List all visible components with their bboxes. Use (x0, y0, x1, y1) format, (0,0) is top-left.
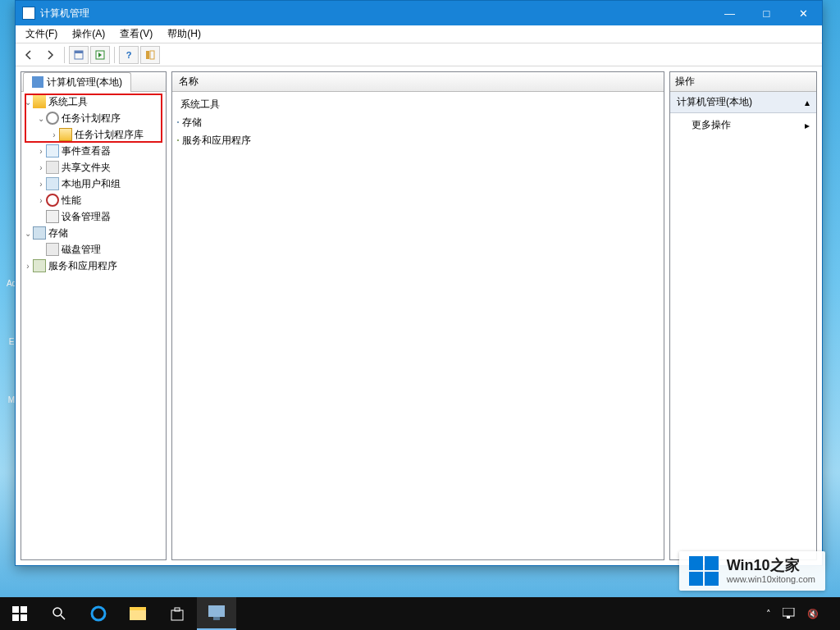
actions-panel: 操作 计算机管理(本地) ▴ 更多操作 ▸ (669, 71, 817, 560)
tree-label: 设备管理器 (62, 210, 111, 224)
performance-icon (46, 194, 59, 207)
svg-rect-13 (130, 610, 146, 620)
collapse-icon[interactable]: ▴ (805, 97, 810, 108)
maximize-button[interactable]: □ (748, 1, 785, 25)
tree-node-device-manager[interactable]: 设备管理器 (21, 208, 166, 225)
tree-node-services[interactable]: › 服务和应用程序 (21, 258, 166, 274)
titlebar[interactable]: 计算机管理 — □ ✕ (16, 1, 822, 25)
expand-icon[interactable] (36, 245, 46, 254)
forward-button[interactable] (40, 46, 60, 64)
menubar: 文件(F) 操作(A) 查看(V) 帮助(H) (16, 25, 822, 43)
svg-point-9 (53, 608, 62, 616)
middle-panel: 名称 系统工具 存储 服务和应用程序 (171, 71, 664, 560)
chevron-right-icon: ▸ (805, 120, 810, 131)
back-button[interactable] (19, 46, 39, 64)
taskbar[interactable]: ˄ 🔇 (0, 597, 840, 630)
tree-node-performance[interactable]: › 性能 (21, 192, 166, 208)
expand-icon[interactable]: › (23, 262, 33, 271)
tree-label: 存储 (48, 226, 68, 240)
more-actions-item[interactable]: 更多操作 ▸ (670, 113, 816, 137)
tools-icon (33, 95, 46, 108)
svg-rect-14 (171, 610, 183, 620)
tree-node-storage[interactable]: ⌄ 存储 (21, 225, 166, 241)
svg-rect-19 (787, 616, 790, 619)
tree-label: 事件查看器 (62, 144, 111, 158)
tree-label: 磁盘管理 (62, 243, 101, 257)
expand-icon[interactable]: ⌄ (36, 114, 46, 123)
users-icon (46, 177, 59, 190)
windows-logo-icon (689, 556, 719, 586)
taskbar-edge[interactable] (79, 597, 118, 630)
tree-node-task-scheduler-library[interactable]: › 任务计划程序库 (21, 126, 166, 143)
expand-icon[interactable]: › (36, 147, 46, 156)
taskbar-computer-management[interactable] (197, 597, 236, 630)
tree-label: 服务和应用程序 (48, 259, 117, 273)
actions-section-label: 计算机管理(本地) (677, 95, 752, 109)
minimize-button[interactable]: — (711, 1, 748, 25)
toolbar: ? (16, 43, 822, 66)
svg-rect-7 (12, 614, 19, 621)
tree-node-disk-management[interactable]: 磁盘管理 (21, 241, 166, 258)
expand-icon[interactable]: › (49, 130, 59, 139)
toolbar-refresh-button[interactable] (90, 46, 110, 64)
expand-icon[interactable]: ⌄ (23, 98, 33, 107)
expand-icon[interactable]: › (36, 180, 46, 189)
tree-label: 任务计划程序库 (75, 128, 144, 142)
toolbar-separator (64, 47, 65, 63)
list-item[interactable]: 服务和应用程序 (177, 131, 659, 149)
tree-root-tab[interactable]: 计算机管理(本地) (23, 72, 131, 92)
svg-rect-6 (21, 606, 27, 613)
list-item[interactable]: 系统工具 (177, 95, 659, 113)
close-button[interactable]: ✕ (785, 1, 822, 25)
toolbar-view-button[interactable] (140, 46, 160, 64)
menu-action[interactable]: 操作(A) (66, 25, 112, 43)
svg-point-11 (92, 607, 105, 620)
menu-file[interactable]: 文件(F) (19, 25, 64, 43)
disk-icon (46, 243, 59, 256)
tree-node-event-viewer[interactable]: › 事件查看器 (21, 143, 166, 159)
tray-chevron-up-icon[interactable]: ˄ (766, 609, 771, 619)
tree-root-label: 计算机管理(本地) (47, 75, 122, 89)
menu-view[interactable]: 查看(V) (113, 25, 159, 43)
toolbar-help-button[interactable]: ? (119, 46, 139, 64)
tray-network-icon[interactable] (783, 608, 796, 619)
list-item-label: 服务和应用程序 (182, 134, 251, 148)
window-title: 计算机管理 (40, 7, 711, 21)
watermark-url: www.win10xitong.com (727, 574, 815, 584)
tree-label: 性能 (62, 194, 81, 208)
taskbar-store[interactable] (158, 597, 197, 630)
tree-node-local-users[interactable]: › 本地用户和组 (21, 176, 166, 192)
tree-node-shared-folders[interactable]: › 共享文件夹 (21, 159, 166, 176)
tree-node-task-scheduler[interactable]: ⌄ 任务计划程序 (21, 110, 166, 126)
computer-management-window: 计算机管理 — □ ✕ 文件(F) 操作(A) 查看(V) 帮助(H) ? 计算… (15, 0, 823, 566)
expand-icon[interactable] (36, 212, 46, 221)
tree-label: 共享文件夹 (62, 161, 111, 175)
menu-help[interactable]: 帮助(H) (161, 25, 208, 43)
tray-volume-icon[interactable]: 🔇 (807, 609, 819, 619)
actions-section-title[interactable]: 计算机管理(本地) ▴ (670, 92, 816, 113)
expand-icon[interactable]: › (36, 163, 46, 172)
expand-icon[interactable]: › (36, 196, 46, 205)
column-header-name[interactable]: 名称 (172, 72, 664, 92)
svg-rect-16 (208, 605, 225, 617)
watermark: Win10之家 www.win10xitong.com (679, 551, 825, 591)
services-icon (33, 259, 46, 272)
svg-line-10 (61, 615, 65, 619)
tree-node-system-tools[interactable]: ⌄ 系统工具 (21, 94, 166, 110)
taskbar-file-explorer[interactable] (118, 597, 158, 630)
expand-icon[interactable]: ⌄ (23, 229, 33, 238)
list-item[interactable]: 存储 (177, 113, 659, 131)
event-viewer-icon (46, 144, 59, 158)
list-item-label: 系统工具 (180, 98, 220, 112)
svg-rect-8 (21, 614, 27, 621)
shared-folders-icon (46, 161, 59, 174)
storage-icon (33, 226, 46, 240)
computer-icon (32, 76, 43, 88)
start-button[interactable] (0, 597, 39, 630)
search-button[interactable] (39, 597, 79, 630)
tree-panel: 计算机管理(本地) ⌄ 系统工具 ⌄ 任务计划程序 (21, 71, 167, 560)
tree-label: 本地用户和组 (62, 177, 121, 191)
toolbar-properties-button[interactable] (69, 46, 89, 64)
watermark-brand: Win10之家 (727, 558, 815, 574)
svg-rect-3 (146, 51, 149, 59)
